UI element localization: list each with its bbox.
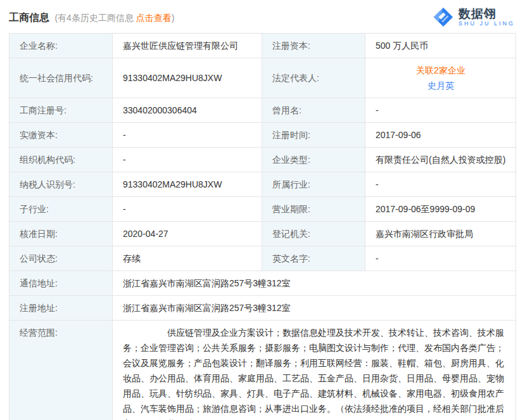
table-row: 经营范围: 供应链管理及企业方案设计；数据信息处理及技术开发、技术转让、技术咨询…	[9, 321, 516, 420]
field-label-company-type: 企业类型:	[262, 148, 365, 172]
field-value-company-status: 存续	[113, 246, 262, 270]
history-note-close: )	[172, 13, 175, 23]
field-value-credit-code: 91330402MA29HU8JXW	[113, 58, 262, 98]
field-value-org-code: -	[113, 148, 262, 172]
history-note: (有4条历史工商信息 点击查看)	[54, 13, 174, 23]
logo-brand-name: 数据翎	[459, 8, 515, 20]
field-value-business-term: 2017-09-06至9999-09-09	[365, 197, 516, 221]
field-label-paid-capital: 实缴资本:	[9, 123, 113, 147]
logo-brand-subtitle: SHU JU LING	[459, 20, 515, 27]
field-label-taxpayer-id: 纳税人识别号:	[9, 172, 113, 196]
legal-representative-link[interactable]: 史月英	[427, 79, 454, 92]
field-label-registered-address: 注册地址:	[9, 296, 113, 320]
field-value-company-name: 嘉兴世匠供应链管理有限公司	[113, 34, 262, 58]
table-row: 子行业: - 营业期限: 2017-09-06至9999-09-09	[9, 197, 516, 222]
field-value-company-type: 有限责任公司(自然人投资或控股)	[365, 148, 516, 172]
field-value-registration-number: 330402000306404	[113, 98, 262, 122]
field-label-company-name: 企业名称:	[9, 34, 113, 58]
related-companies-link[interactable]: 关联2家企业	[416, 63, 465, 77]
field-label-approval-date: 核准日期:	[9, 222, 113, 246]
logo-text: 数据翎 SHU JU LING	[459, 8, 515, 27]
field-label-legal-representative: 法定代表人:	[262, 58, 365, 98]
table-row: 纳税人识别号: 91330402MA29HU8JXW 所属行业: -	[9, 172, 516, 197]
section-header-left: 工商信息 (有4条历史工商信息 点击查看)	[9, 6, 174, 25]
field-label-mailing-address: 通信地址:	[9, 271, 113, 295]
field-value-business-scope: 供应链管理及企业方案设计；数据信息处理及技术开发、技术转让、技术咨询、技术服务；…	[113, 321, 516, 420]
field-label-registered-capital: 注册资本:	[262, 34, 365, 58]
shujuling-diamond-icon	[432, 6, 455, 28]
business-info-table: 企业名称: 嘉兴世匠供应链管理有限公司 注册资本: 500 万人民币 统一社会信…	[9, 33, 516, 420]
field-label-registration-date: 注册时间:	[262, 123, 365, 147]
field-value-mailing-address: 浙江省嘉兴市南湖区富润路257号3幢312室	[113, 271, 516, 295]
field-value-registered-address: 浙江省嘉兴市南湖区富润路257号3幢312室	[113, 296, 516, 320]
business-scope-text: 供应链管理及企业方案设计；数据信息处理及技术开发、技术转让、技术咨询、技术服务；…	[123, 325, 506, 420]
field-label-former-name: 曾用名:	[262, 98, 365, 122]
table-row: 注册地址: 浙江省嘉兴市南湖区富润路257号3幢312室	[9, 296, 516, 321]
field-label-business-scope: 经营范围:	[9, 321, 113, 420]
view-history-link[interactable]: 点击查看	[136, 13, 172, 23]
section-header: 工商信息 (有4条历史工商信息 点击查看) 数据翎 SHU JU LING	[9, 6, 516, 28]
section-title: 工商信息	[9, 12, 49, 23]
field-value-industry: -	[365, 172, 516, 196]
field-value-registration-authority: 嘉兴市南湖区行政审批局	[365, 222, 516, 246]
field-value-registered-capital: 500 万人民币	[365, 34, 516, 58]
field-label-sub-industry: 子行业:	[9, 197, 113, 221]
field-label-english-name: 英文名字:	[262, 246, 365, 270]
field-label-business-term: 营业期限:	[262, 197, 365, 221]
table-row: 组织机构代码: - 企业类型: 有限责任公司(自然人投资或控股)	[9, 148, 516, 172]
field-label-company-status: 公司状态:	[9, 246, 113, 270]
field-value-paid-capital: -	[113, 123, 262, 147]
table-row: 工商注册号: 330402000306404 曾用名: -	[9, 98, 516, 123]
business-info-page: 工商信息 (有4条历史工商信息 点击查看) 数据翎 SHU JU LING 企业…	[0, 0, 525, 420]
field-label-registration-authority: 登记机关:	[262, 222, 365, 246]
table-row: 统一社会信用代码: 91330402MA29HU8JXW 法定代表人: 关联2家…	[9, 58, 516, 98]
legal-representative-cell: 关联2家企业 史月英	[365, 58, 516, 98]
field-value-taxpayer-id: 91330402MA29HU8JXW	[113, 172, 262, 196]
history-note-open: (有4条历史工商信息	[54, 13, 133, 23]
field-value-approval-date: 2020-04-27	[113, 222, 262, 246]
table-row: 企业名称: 嘉兴世匠供应链管理有限公司 注册资本: 500 万人民币	[9, 34, 516, 58]
table-row: 公司状态: 存续 英文名字: -	[9, 246, 516, 271]
field-label-industry: 所属行业:	[262, 172, 365, 196]
field-label-org-code: 组织机构代码:	[9, 148, 113, 172]
field-value-sub-industry: -	[113, 197, 262, 221]
table-row: 通信地址: 浙江省嘉兴市南湖区富润路257号3幢312室	[9, 271, 516, 296]
field-label-credit-code: 统一社会信用代码:	[9, 58, 113, 98]
field-value-registration-date: 2017-09-06	[365, 123, 516, 147]
field-value-english-name: -	[365, 246, 516, 270]
table-row: 实缴资本: - 注册时间: 2017-09-06	[9, 123, 516, 148]
field-label-registration-number: 工商注册号:	[9, 98, 113, 122]
table-row: 核准日期: 2020-04-27 登记机关: 嘉兴市南湖区行政审批局	[9, 222, 516, 246]
field-value-former-name: -	[365, 98, 516, 122]
shujuling-logo: 数据翎 SHU JU LING	[432, 6, 515, 28]
